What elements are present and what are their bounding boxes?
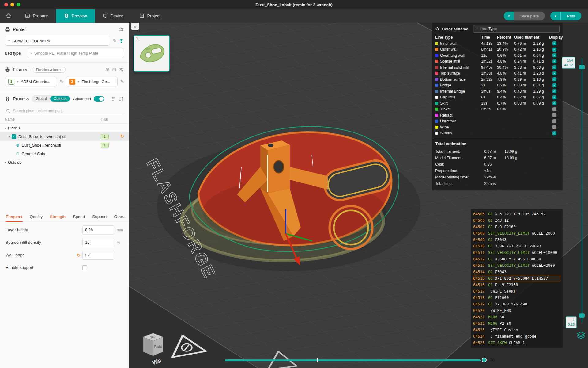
gcode-line[interactable]: 64517 ;WIPE_START bbox=[473, 288, 560, 294]
gcode-line[interactable]: 64523 ;TYPE:Custom bbox=[473, 327, 560, 333]
move-slider-track[interactable] bbox=[225, 359, 481, 361]
3d-viewport[interactable]: FLASHFORGE Wa bbox=[129, 23, 588, 368]
display-checkbox[interactable] bbox=[552, 65, 556, 69]
scope-objects-option[interactable]: Objects bbox=[50, 96, 70, 102]
navigation-cube[interactable]: Top Right bbox=[140, 329, 167, 361]
expander-icon[interactable]: ▸ bbox=[3, 161, 8, 164]
gcode-line[interactable]: 64512 G1 X.608 Y-7.495 F30000 bbox=[473, 256, 560, 262]
layers-stack-icon[interactable] bbox=[576, 331, 586, 340]
edit-filament-1-icon[interactable]: ✎ bbox=[59, 79, 63, 84]
sparse-density-input[interactable] bbox=[85, 240, 111, 245]
printer-preset-select[interactable]: ▾ AD5M-01 - 0.4 Nozzle bbox=[5, 36, 110, 46]
slice-dropdown-arrow[interactable]: ▾ bbox=[504, 12, 514, 20]
object-visible-checkbox[interactable] bbox=[12, 134, 16, 139]
gcode-line[interactable]: 64515 G1 X-1.802 Y-5.084 E.14587 bbox=[473, 275, 560, 282]
gcode-line[interactable]: 64520 ;WIPE_END bbox=[473, 307, 560, 314]
gcode-line[interactable]: 64524 ; filament end gcode bbox=[473, 333, 560, 339]
param-tab[interactable]: Strength bbox=[50, 213, 66, 222]
tree-row-outside[interactable]: ▸ Outside bbox=[0, 158, 129, 167]
tree-row-plate[interactable]: ▾ Plate 1 bbox=[0, 124, 129, 132]
print-dropdown-arrow[interactable]: ▾ bbox=[550, 12, 561, 20]
param-tab[interactable]: Speed bbox=[73, 213, 85, 222]
tab-prepare[interactable]: Prepare bbox=[17, 9, 56, 23]
display-checkbox[interactable] bbox=[552, 77, 556, 81]
gcode-line[interactable]: 64510 G1 X.86 Y-7.216 E.24693 bbox=[473, 243, 560, 249]
plate-thumbnail[interactable]: 1 bbox=[134, 35, 170, 72]
scope-global-option[interactable]: Global bbox=[32, 96, 50, 102]
param-tab[interactable]: Othe... bbox=[114, 213, 127, 222]
move-slider-handle[interactable] bbox=[482, 358, 487, 362]
param-tab[interactable]: Support bbox=[92, 213, 107, 222]
bed-type-select[interactable]: ▾ Smooth PEI Plate / High Temp Plate bbox=[27, 48, 124, 58]
process-compare-icon[interactable] bbox=[119, 96, 124, 102]
display-checkbox[interactable] bbox=[552, 71, 556, 75]
home-button[interactable] bbox=[0, 9, 17, 23]
display-checkbox[interactable] bbox=[552, 113, 556, 117]
display-checkbox[interactable] bbox=[552, 59, 556, 63]
flushing-volumes-button[interactable]: Flushing volumes bbox=[33, 67, 66, 73]
layer-height-input[interactable] bbox=[85, 228, 111, 232]
display-checkbox[interactable] bbox=[552, 131, 556, 135]
edit-filament-2-icon[interactable]: ✎ bbox=[120, 79, 124, 84]
gcode-line[interactable]: 64505 G1 X-3.221 Y-3.135 Z43.52 bbox=[473, 211, 560, 217]
filament-badge[interactable]: 1 bbox=[101, 143, 109, 148]
display-checkbox[interactable] bbox=[552, 101, 556, 105]
display-checkbox[interactable] bbox=[552, 107, 556, 111]
display-checkbox[interactable] bbox=[552, 89, 556, 93]
reset-wall-loops-icon[interactable]: ↻ bbox=[77, 253, 81, 258]
edit-printer-icon[interactable]: ✎ bbox=[112, 38, 116, 44]
sync-object-icon[interactable]: ↻ bbox=[120, 134, 124, 139]
slice-plate-button[interactable]: ▾ Slice plate bbox=[504, 12, 545, 20]
expander-icon[interactable]: ▾ bbox=[3, 126, 8, 130]
gcode-line[interactable]: 64507 G1 E.9 F2160 bbox=[473, 224, 560, 230]
filament-2-select[interactable]: 2 ▾ Flashforge Ge... bbox=[66, 77, 118, 86]
color-scheme-select[interactable]: ▾ Line Type bbox=[473, 25, 560, 33]
layer-slider-upper-handle[interactable] bbox=[579, 65, 585, 69]
wifi-icon[interactable] bbox=[119, 39, 124, 43]
process-list-icon[interactable] bbox=[111, 96, 116, 102]
display-checkbox[interactable] bbox=[552, 48, 556, 52]
minimize-window-button[interactable] bbox=[10, 3, 14, 6]
param-tab[interactable]: Quality bbox=[29, 213, 43, 222]
remove-filament-icon[interactable]: ⊟ bbox=[112, 67, 116, 72]
display-checkbox[interactable] bbox=[552, 41, 556, 45]
layer-slider-track[interactable] bbox=[582, 58, 582, 323]
print-button[interactable]: ▾ Print bbox=[550, 12, 581, 20]
filament-1-select[interactable]: 1 ▾ AD5M Generic... bbox=[5, 77, 57, 86]
tab-device[interactable]: Device bbox=[95, 9, 132, 23]
expander-icon[interactable]: ▾ bbox=[7, 135, 12, 138]
gcode-line[interactable]: 64525 SET_SKEW CLEAR=1 bbox=[473, 339, 560, 346]
display-checkbox[interactable] bbox=[552, 119, 556, 123]
gcode-line[interactable]: 64513 SET_VELOCITY_LIMIT ACCEL=2000 bbox=[473, 262, 560, 269]
gcode-line[interactable]: 64506 G1 Z43.12 bbox=[473, 217, 560, 224]
search-input[interactable] bbox=[13, 109, 123, 113]
enable-support-checkbox[interactable] bbox=[82, 265, 87, 270]
gcode-line[interactable]: 64521 M106 S0 bbox=[473, 314, 560, 320]
gcode-line[interactable]: 64518 G1 F12000 bbox=[473, 294, 560, 301]
filament-settings-icon[interactable] bbox=[119, 67, 124, 72]
close-window-button[interactable] bbox=[4, 3, 8, 6]
wall-loops-stepper[interactable]: ▴▾ bbox=[85, 253, 86, 257]
gcode-line[interactable]: 64508 SET_VELOCITY_LIMIT ACCEL=2000 bbox=[473, 230, 560, 236]
sidebar-collapse-button[interactable]: ‹› bbox=[131, 23, 139, 30]
tree-row-object-selected[interactable]: ▾ Dust_Shoe_k...-wrench).stl 1 ↻ bbox=[0, 132, 129, 141]
display-checkbox[interactable] bbox=[552, 95, 556, 99]
tab-preview[interactable]: Preview bbox=[56, 9, 95, 23]
tree-row-negative-part[interactable]: ⊖ Generic-Cube bbox=[0, 149, 129, 158]
collapse-panel-icon[interactable] bbox=[435, 27, 439, 31]
display-checkbox[interactable] bbox=[552, 83, 556, 87]
gcode-line[interactable]: 64511 SET_VELOCITY_LIMIT ACCEL=10000 bbox=[473, 249, 560, 256]
tree-row-part[interactable]: ⊕ Dust_Shoe...rench).stl 1 bbox=[0, 141, 129, 149]
filament-badge[interactable]: 1 bbox=[101, 134, 109, 139]
param-tab[interactable]: Frequent bbox=[6, 213, 23, 222]
advanced-toggle[interactable] bbox=[94, 96, 104, 102]
gcode-line[interactable]: 64516 G1 E-.9 F2160 bbox=[473, 282, 560, 288]
gcode-line[interactable]: 64514 G1 F3043 bbox=[473, 269, 560, 275]
gcode-line[interactable]: 64509 G1 F3043 bbox=[473, 236, 560, 243]
tab-project[interactable]: Project bbox=[131, 9, 168, 23]
layer-slider-lower-handle[interactable] bbox=[579, 313, 585, 318]
gcode-line[interactable]: 64522 M106 P2 S0 bbox=[473, 320, 560, 327]
display-checkbox[interactable] bbox=[552, 53, 556, 57]
gcode-panel[interactable]: 64505 G1 X-3.221 Y-3.135 Z43.52 64506 G1… bbox=[471, 209, 563, 348]
maximize-window-button[interactable] bbox=[17, 3, 20, 6]
